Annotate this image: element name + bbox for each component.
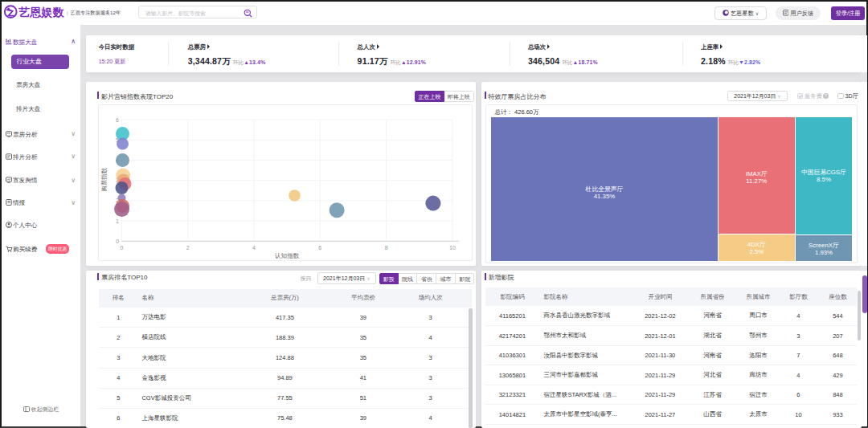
svg-text:6: 6 <box>318 245 321 251</box>
svg-text:购票指数: 购票指数 <box>100 167 108 192</box>
svg-text:0: 0 <box>120 245 123 251</box>
svg-text:2: 2 <box>186 245 189 251</box>
svg-text:6: 6 <box>116 116 119 122</box>
svg-text:0: 0 <box>116 238 119 243</box>
svg-text:4: 4 <box>252 245 256 251</box>
svg-text:认知指数: 认知指数 <box>275 252 300 259</box>
svg-text:1: 1 <box>116 218 119 223</box>
svg-text:10: 10 <box>449 245 456 251</box>
svg-text:8: 8 <box>384 245 387 251</box>
